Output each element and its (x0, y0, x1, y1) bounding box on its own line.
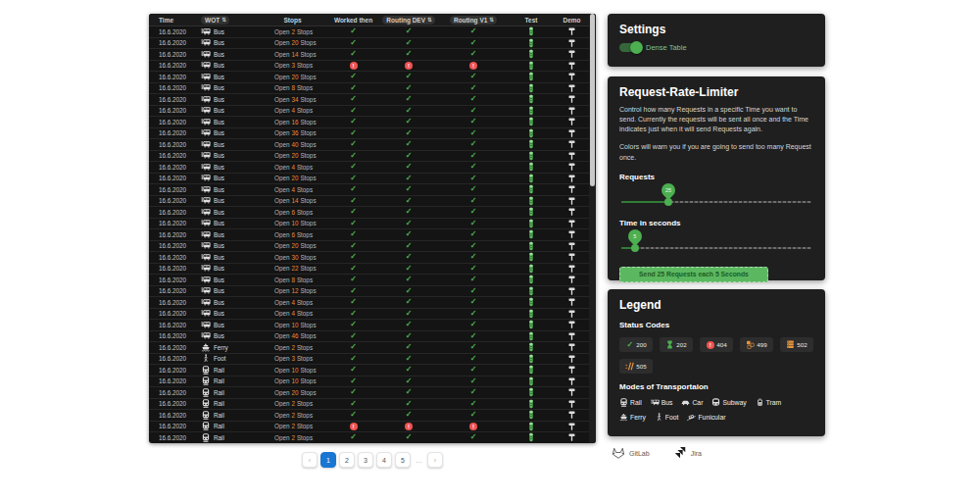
test-vial-icon[interactable] (528, 331, 534, 341)
page-button-4[interactable]: 4 (376, 452, 392, 468)
test-vial-icon[interactable] (528, 264, 534, 274)
demo-hammer-icon[interactable] (567, 286, 576, 296)
test-vial-icon[interactable] (528, 61, 534, 71)
demo-hammer-icon[interactable] (567, 342, 576, 352)
demo-hammer-icon[interactable] (567, 387, 576, 397)
page-button-5[interactable]: 5 (395, 452, 411, 468)
test-vial-icon[interactable] (528, 241, 534, 251)
test-vial-icon[interactable] (528, 432, 534, 442)
demo-hammer-icon[interactable] (567, 94, 576, 104)
demo-hammer-icon[interactable] (567, 432, 576, 442)
jira-link[interactable]: Jira (673, 446, 702, 460)
sort-button-wot[interactable]: WOT ⇅ (201, 16, 229, 25)
test-vial-icon[interactable] (528, 286, 534, 296)
sort-button-routing-dev[interactable]: Routing DEV ⇅ (382, 16, 434, 25)
test-vial-icon[interactable] (528, 72, 534, 81)
test-vial-icon[interactable] (528, 275, 534, 284)
requests-slider-thumb[interactable] (664, 198, 672, 206)
time-slider-thumb[interactable] (631, 244, 639, 252)
test-vial-icon[interactable] (528, 38, 534, 48)
test-vial-icon[interactable] (528, 309, 534, 319)
send-requests-button[interactable]: Send 25 Requests each 5 Seconds (619, 267, 768, 282)
demo-hammer-icon[interactable] (567, 196, 576, 206)
demo-hammer-icon[interactable] (567, 275, 576, 284)
test-vial-icon[interactable] (528, 399, 534, 409)
requests-slider[interactable]: 25 (619, 183, 813, 209)
time-slider[interactable]: 5 (619, 229, 813, 255)
test-vial-icon[interactable] (528, 219, 534, 228)
demo-hammer-icon[interactable] (567, 49, 576, 59)
test-vial-icon[interactable] (528, 184, 534, 194)
demo-hammer-icon[interactable] (567, 229, 576, 239)
dense-table-toggle[interactable] (619, 43, 641, 52)
demo-hammer-icon[interactable] (567, 26, 576, 36)
sort-button-routing-v1[interactable]: Routing V1 ⇅ (450, 16, 497, 25)
test-vial-icon[interactable] (528, 387, 534, 397)
test-vial-icon[interactable] (528, 297, 534, 307)
demo-hammer-icon[interactable] (567, 264, 576, 274)
demo-hammer-icon[interactable] (567, 219, 576, 228)
test-vial-icon[interactable] (528, 26, 534, 36)
demo-hammer-icon[interactable] (567, 184, 576, 194)
test-vial-icon[interactable] (528, 410, 534, 420)
prev-page-button[interactable]: ‹ (302, 452, 318, 468)
table-row: 16.6.2020 Rail Open 2 Stops ✓ ✓ ✓ (149, 410, 596, 422)
demo-hammer-icon[interactable] (567, 365, 576, 375)
test-vial-icon[interactable] (528, 320, 534, 329)
test-vial-icon[interactable] (528, 207, 534, 217)
test-vial-icon[interactable] (528, 252, 534, 262)
page-button-1[interactable]: 1 (320, 452, 336, 468)
page-button-2[interactable]: 2 (339, 452, 355, 468)
test-vial-icon[interactable] (528, 49, 534, 59)
demo-hammer-icon[interactable] (567, 354, 576, 364)
demo-hammer-icon[interactable] (567, 410, 576, 420)
demo-hammer-icon[interactable] (567, 297, 576, 307)
demo-hammer-icon[interactable] (567, 117, 576, 126)
demo-hammer-icon[interactable] (567, 320, 576, 329)
demo-hammer-icon[interactable] (567, 72, 576, 81)
test-vial-icon[interactable] (528, 139, 534, 149)
stops-prefix: Open (274, 299, 289, 306)
demo-hammer-icon[interactable] (567, 106, 576, 116)
demo-hammer-icon[interactable] (567, 83, 576, 93)
demo-hammer-icon[interactable] (567, 376, 576, 386)
demo-hammer-icon[interactable] (567, 162, 576, 172)
table-scrollbar[interactable] (589, 14, 596, 443)
test-vial-icon[interactable] (528, 342, 534, 352)
test-vial-icon[interactable] (528, 376, 534, 386)
gitlab-link[interactable]: GitLab (612, 446, 650, 460)
scrollbar-thumb[interactable] (590, 14, 595, 186)
demo-hammer-icon[interactable] (567, 151, 576, 161)
test-vial-icon[interactable] (528, 354, 534, 364)
demo-hammer-icon[interactable] (567, 207, 576, 217)
test-vial-icon[interactable] (528, 151, 534, 161)
demo-hammer-icon[interactable] (567, 174, 576, 183)
test-vial-icon[interactable] (528, 365, 534, 375)
slider-rail[interactable] (621, 247, 811, 249)
page-button-3[interactable]: 3 (358, 452, 373, 468)
demo-hammer-icon[interactable] (567, 128, 576, 138)
test-vial-icon[interactable] (528, 196, 534, 206)
toggle-knob[interactable] (630, 41, 643, 54)
test-vial-icon[interactable] (528, 229, 534, 239)
demo-hammer-icon[interactable] (567, 331, 576, 341)
demo-hammer-icon[interactable] (567, 399, 576, 409)
row-stops: Open 4 Stops (257, 164, 328, 171)
demo-hammer-icon[interactable] (567, 38, 576, 48)
demo-hammer-icon[interactable] (567, 422, 576, 431)
demo-hammer-icon[interactable] (567, 241, 576, 251)
test-vial-icon[interactable] (528, 422, 534, 431)
test-vial-icon[interactable] (528, 106, 534, 116)
next-page-button[interactable]: › (427, 452, 443, 468)
test-vial-icon[interactable] (528, 117, 534, 126)
demo-hammer-icon[interactable] (567, 139, 576, 149)
test-vial-icon[interactable] (528, 128, 534, 138)
stops-count: 2 (291, 434, 295, 441)
demo-hammer-icon[interactable] (567, 61, 576, 71)
demo-hammer-icon[interactable] (567, 309, 576, 319)
demo-hammer-icon[interactable] (567, 252, 576, 262)
test-vial-icon[interactable] (528, 94, 534, 104)
test-vial-icon[interactable] (528, 174, 534, 183)
test-vial-icon[interactable] (528, 83, 534, 93)
test-vial-icon[interactable] (528, 162, 534, 172)
